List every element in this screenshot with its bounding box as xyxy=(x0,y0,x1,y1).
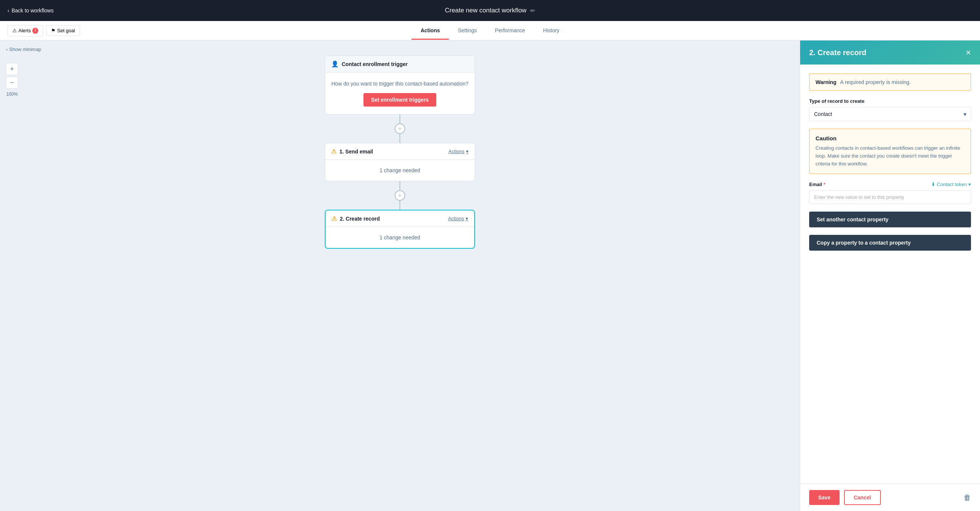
sub-nav-left: ⚠ Alerts ! ⚑ Set goal xyxy=(8,25,80,36)
connector-line-4 xyxy=(399,201,400,210)
zoom-level: 100% xyxy=(6,92,18,97)
trigger-card: 👤 Contact enrollment trigger How do you … xyxy=(325,56,475,114)
set-goal-label: Set goal xyxy=(57,28,75,33)
actions-label-2: Actions xyxy=(448,216,464,221)
warning-label: Warning xyxy=(816,79,836,85)
type-of-record-label: Type of record to create xyxy=(809,98,971,104)
panel-header: 2. Create record × xyxy=(800,41,980,65)
action-header-left-1: ⚠ 1. Send email xyxy=(331,148,373,155)
nav-title-area: Create new contact workflow ✏ xyxy=(445,7,535,14)
sub-nav-tabs: Actions Settings Performance History xyxy=(412,22,568,40)
alerts-label: Alerts xyxy=(18,28,31,33)
email-row: Email * ⬇ Contact token ▾ xyxy=(809,182,971,187)
action-title-1: 1. Send email xyxy=(339,149,373,155)
back-arrow-icon: ‹ xyxy=(8,8,10,14)
connector-2: + xyxy=(395,181,405,210)
trigger-body: How do you want to trigger this contact-… xyxy=(325,72,475,114)
main-layout: › Show minimap + − 100% 👤 Contact enroll… xyxy=(0,41,980,511)
warning-icon-2: ⚠ xyxy=(331,215,337,222)
alerts-button[interactable]: ⚠ Alerts ! xyxy=(8,25,43,36)
alert-badge: ! xyxy=(32,28,38,34)
back-to-workflows-link[interactable]: ‹ Back to workflows xyxy=(8,8,54,14)
email-field-group: Email * ⬇ Contact token ▾ xyxy=(809,182,971,204)
actions-dropdown-1[interactable]: Actions ▾ xyxy=(448,149,469,154)
panel-body: Warning A required property is missing. … xyxy=(800,65,980,484)
warning-text: A required property is missing. xyxy=(840,79,910,85)
caution-text: Creating contacts in contact-based workf… xyxy=(816,144,965,168)
set-another-property-button[interactable]: Set another contact property xyxy=(809,212,971,227)
zoom-in-button[interactable]: + xyxy=(6,63,18,75)
action-body-1: 1 change needed xyxy=(325,160,475,181)
type-of-record-field: Type of record to create Contact Company… xyxy=(809,98,971,121)
action-status-1: 1 change needed xyxy=(380,167,420,173)
sub-nav: ⚠ Alerts ! ⚑ Set goal Actions Settings P… xyxy=(0,21,980,41)
workflow-title: Create new contact workflow xyxy=(445,7,527,14)
action-title-2: 2. Create record xyxy=(340,216,380,222)
flag-icon: ⚑ xyxy=(51,28,56,33)
action-header-2: ⚠ 2. Create record Actions ▾ xyxy=(326,211,474,227)
tab-history[interactable]: History xyxy=(534,22,568,40)
tab-settings[interactable]: Settings xyxy=(449,22,486,40)
trigger-header: 👤 Contact enrollment trigger xyxy=(325,56,475,72)
edit-title-icon[interactable]: ✏ xyxy=(530,7,535,14)
email-label: Email * xyxy=(809,182,825,187)
minimap-label: Show minimap xyxy=(9,46,41,52)
type-of-record-select[interactable]: Contact Company Deal Ticket xyxy=(809,107,971,121)
minimap-toggle[interactable]: › Show minimap xyxy=(6,46,41,52)
chevron-down-icon-2: ▾ xyxy=(466,216,468,221)
token-chevron-icon: ▾ xyxy=(968,182,971,187)
set-goal-button[interactable]: ⚑ Set goal xyxy=(46,25,80,36)
copy-property-button[interactable]: Copy a property to a contact property xyxy=(809,235,971,251)
email-required-star: * xyxy=(822,182,826,187)
set-enrollment-triggers-button[interactable]: Set enrollment triggers xyxy=(363,93,436,106)
action-status-2: 1 change needed xyxy=(380,235,420,241)
contact-token-link[interactable]: ⬇ Contact token ▾ xyxy=(931,182,971,187)
alert-icon: ⚠ xyxy=(13,28,17,33)
email-input[interactable] xyxy=(809,190,971,204)
footer-buttons: Save Cancel xyxy=(809,490,881,505)
action-card-send-email: ⚠ 1. Send email Actions ▾ 1 change neede… xyxy=(325,143,475,181)
person-icon: 👤 xyxy=(331,60,339,68)
actions-dropdown-2[interactable]: Actions ▾ xyxy=(448,216,468,221)
delete-button[interactable]: 🗑 xyxy=(964,494,971,502)
connector-line-1 xyxy=(399,114,400,124)
trigger-description: How do you want to trigger this contact-… xyxy=(331,80,469,88)
back-label: Back to workflows xyxy=(12,8,54,14)
email-label-text: Email xyxy=(809,182,822,187)
actions-label-1: Actions xyxy=(448,149,465,154)
chevron-right-icon: › xyxy=(6,46,8,52)
workflow-content: 👤 Contact enrollment trigger How do you … xyxy=(0,41,800,249)
add-action-button-2[interactable]: + xyxy=(395,190,405,201)
action-header-1: ⚠ 1. Send email Actions ▾ xyxy=(325,143,475,160)
tab-performance[interactable]: Performance xyxy=(486,22,534,40)
action-header-left-2: ⚠ 2. Create record xyxy=(331,215,380,222)
panel-title: 2. Create record xyxy=(809,48,866,57)
zoom-controls: + − 100% xyxy=(6,63,18,97)
right-panel: 2. Create record × Warning A required pr… xyxy=(800,41,980,511)
warning-box: Warning A required property is missing. xyxy=(809,73,971,91)
save-button[interactable]: Save xyxy=(809,490,840,505)
chevron-down-icon-1: ▾ xyxy=(466,149,469,154)
canvas-area: › Show minimap + − 100% 👤 Contact enroll… xyxy=(0,41,800,511)
cancel-button[interactable]: Cancel xyxy=(844,490,881,505)
caution-title: Caution xyxy=(816,135,965,141)
zoom-out-button[interactable]: − xyxy=(6,76,18,89)
contact-token-label: Contact token xyxy=(937,182,967,187)
connector-line-2 xyxy=(399,134,400,143)
connector-1: + xyxy=(395,114,405,143)
add-action-button-1[interactable]: + xyxy=(395,124,405,134)
trigger-label: Contact enrollment trigger xyxy=(342,61,408,67)
panel-footer: Save Cancel 🗑 xyxy=(800,484,980,511)
caution-box: Caution Creating contacts in contact-bas… xyxy=(809,129,971,174)
top-nav: ‹ Back to workflows Create new contact w… xyxy=(0,0,980,21)
warning-icon-1: ⚠ xyxy=(331,148,336,155)
action-body-2: 1 change needed xyxy=(326,227,474,248)
action-card-create-record: ⚠ 2. Create record Actions ▾ 1 change ne… xyxy=(325,210,475,249)
connector-line-3 xyxy=(399,181,400,190)
type-of-record-select-wrapper: Contact Company Deal Ticket ▾ xyxy=(809,107,971,121)
close-panel-button[interactable]: × xyxy=(966,48,971,57)
token-icon: ⬇ xyxy=(931,182,935,187)
tab-actions[interactable]: Actions xyxy=(412,22,449,40)
